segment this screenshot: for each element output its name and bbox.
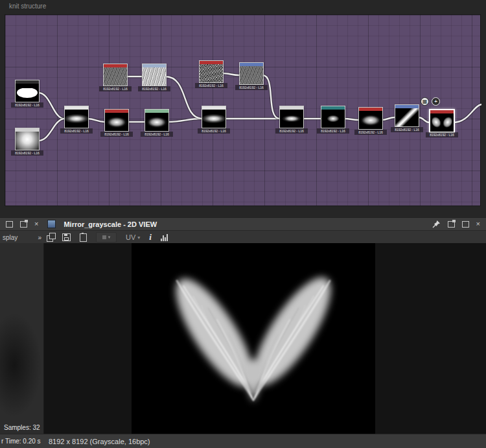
graph-node[interactable]: 8192x8192 - L16 — [199, 60, 224, 83]
background-3d-view-fragment — [0, 313, 41, 417]
viewer-sidebar: Samples: 32 — [0, 243, 44, 434]
output-badge-icon[interactable]: ▦ — [421, 97, 429, 106]
graph-node[interactable]: 8192x8192 - L16 — [64, 106, 89, 128]
sidebar-header-label: splay — [3, 234, 17, 241]
graph-node[interactable]: 8192x8192 - L16 — [202, 106, 226, 128]
node-label: 8192x8192 - L16 — [354, 130, 387, 135]
node-label: 8192x8192 - L16 — [11, 150, 43, 156]
graph-node[interactable]: 8192x8192 - L16 — [103, 64, 128, 86]
close-icon[interactable]: × — [476, 220, 480, 228]
node-thumbnail — [65, 110, 88, 128]
panel-type-icon — [47, 220, 56, 228]
viewer-title: Mirror_grayscale - 2D VIEW — [64, 220, 157, 228]
texture-image — [132, 243, 375, 434]
node-thumbnail — [145, 113, 168, 131]
filter-dropdown[interactable]: ▾ — [96, 232, 117, 242]
graph-node[interactable]: 8192x8192 - L16 — [358, 107, 383, 130]
node-thumbnail — [143, 67, 166, 86]
node-label: 8192x8192 - L16 — [195, 83, 227, 88]
duplicate-icon[interactable] — [47, 235, 53, 242]
graph-node[interactable]: 8192x8192 - L16 — [15, 128, 40, 150]
node-thumbnail — [16, 84, 39, 102]
node-badges: ▦ + — [421, 97, 440, 106]
viewer-statusbar: r Time: 0.20 s 8192 x 8192 (Grayscale, 1… — [0, 434, 486, 448]
node-thumbnail — [104, 67, 127, 86]
node-thumbnail — [202, 110, 226, 128]
maximize-icon[interactable] — [462, 221, 469, 228]
titlebar-left-controls: × — [0, 220, 38, 228]
image-info-readout: 8192 x 8192 (Grayscale, 16bpc) — [49, 438, 150, 445]
samples-readout: Samples: 32 — [4, 424, 40, 431]
node-label: 8192x8192 - L16 — [99, 86, 132, 91]
graph-node[interactable]: 8192x8192 - L16 — [429, 109, 455, 133]
node-label: 8192x8192 - L16 — [426, 132, 458, 137]
mirror-grayscale-render — [132, 243, 375, 434]
node-label: 8192x8192 - L16 — [138, 86, 170, 91]
node-thumbnail — [16, 132, 39, 150]
node-thumbnail — [430, 113, 454, 132]
float-icon[interactable] — [448, 221, 455, 228]
node-label: 8192x8192 - L16 — [317, 128, 349, 134]
paste-icon[interactable] — [80, 233, 87, 242]
2d-view-canvas[interactable] — [44, 243, 486, 434]
node-thumbnail — [105, 113, 128, 131]
node-thumbnail — [280, 110, 303, 128]
graph-node[interactable]: 8192x8192 - L16 — [321, 106, 345, 128]
application-window: knit structure 8192x8192 - L168192x8192 … — [0, 0, 486, 448]
node-graph-canvas[interactable]: 8192x8192 - L168192x8192 - L168192x8192 … — [5, 14, 481, 206]
render-time-readout: r Time: 0.20 s — [0, 438, 43, 445]
save-icon[interactable] — [62, 233, 71, 241]
graph-node[interactable]: 8192x8192 - L16 — [395, 104, 419, 127]
node-label: 8192x8192 - L16 — [11, 102, 43, 108]
chevron-right-icon[interactable]: » — [38, 234, 41, 241]
viewer-toolbar-row: splay » ▾ UV ▾ i — [0, 230, 486, 243]
uv-dropdown[interactable]: UV ▾ — [126, 233, 140, 241]
node-label: 8192x8192 - L16 — [391, 127, 423, 132]
node-thumbnail — [321, 110, 345, 128]
node-thumbnail — [359, 111, 382, 129]
node-label: 8192x8192 - L16 — [141, 132, 173, 137]
node-label: 8192x8192 - L16 — [235, 85, 268, 90]
uv-dropdown-label: UV — [126, 233, 135, 241]
titlebar-right-controls: × — [432, 220, 486, 228]
graph-node[interactable]: 8192x8192 - L16 — [142, 64, 167, 86]
graph-node[interactable]: 8192x8192 - L16 — [15, 80, 40, 102]
close-icon[interactable]: × — [34, 220, 38, 228]
node-label: 8192x8192 - L16 — [275, 128, 308, 134]
node-label: 8192x8192 - L16 — [60, 128, 93, 134]
node-label: 8192x8192 - L16 — [100, 132, 133, 137]
caret-down-icon: ▾ — [108, 235, 111, 240]
node-thumbnail — [200, 64, 223, 82]
float-icon[interactable] — [20, 221, 27, 228]
graph-tab-label: knit structure — [9, 3, 46, 10]
dock-icon[interactable] — [6, 221, 13, 228]
filter-icon — [102, 235, 106, 239]
graph-node[interactable]: 8192x8192 - L16 — [239, 62, 264, 85]
info-icon[interactable]: i — [149, 232, 152, 242]
graph-node[interactable]: 8192x8192 - L16 — [279, 106, 304, 128]
histogram-icon[interactable] — [161, 233, 168, 241]
target-badge-icon[interactable]: + — [432, 97, 440, 106]
node-thumbnail — [240, 66, 263, 84]
node-label: 8192x8192 - L16 — [198, 128, 230, 134]
pin-icon[interactable] — [432, 220, 441, 228]
graph-node[interactable]: 8192x8192 - L16 — [104, 109, 129, 132]
graph-node[interactable]: 8192x8192 - L16 — [145, 109, 169, 132]
viewer-toolbar: ▾ UV ▾ i — [47, 231, 168, 244]
viewer-titlebar: × Mirror_grayscale - 2D VIEW × — [0, 217, 486, 230]
sidebar-header: splay » — [0, 231, 44, 244]
caret-down-icon: ▾ — [137, 235, 140, 241]
node-thumbnail — [395, 108, 419, 126]
